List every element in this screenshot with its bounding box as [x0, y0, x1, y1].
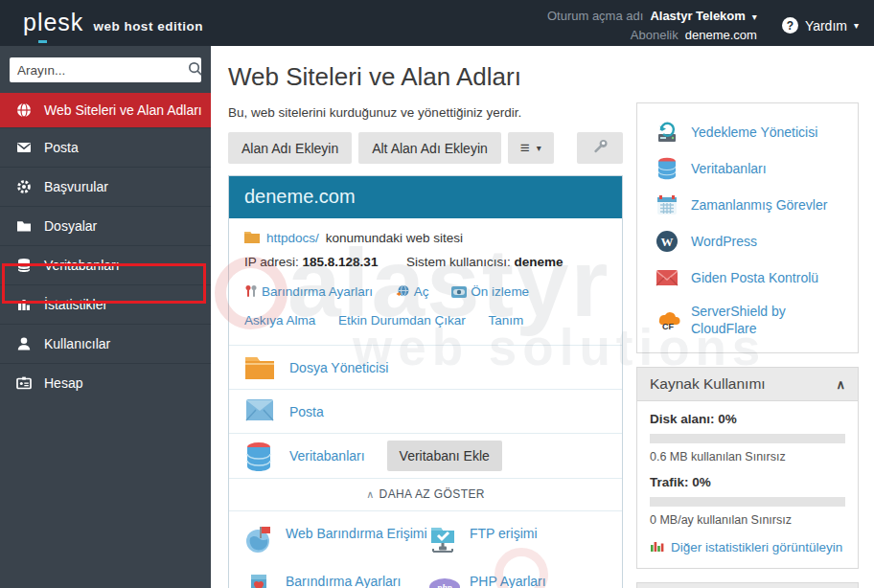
php-icon: php	[428, 573, 457, 588]
sidebar-item-mail[interactable]: Posta	[0, 127, 211, 167]
top-bar: pleskweb host edition Oturum açma adı Al…	[0, 0, 874, 46]
id-card-icon	[15, 374, 33, 392]
red-envelope-icon	[656, 266, 678, 289]
search-input[interactable]	[17, 63, 187, 78]
file-manager-link[interactable]: Dosya Yöneticisi	[289, 360, 388, 375]
sidebar-nav: Web Siteleri ve Alan Adları Posta Başvur…	[0, 46, 211, 588]
cloudflare-icon: CF	[656, 308, 678, 331]
hosting-settings-feature-link[interactable]: Barındırma Ayarları	[286, 573, 401, 588]
login-user-menu[interactable]: Oturum açma adı Alastyr Telekom ▾	[547, 7, 757, 26]
chevron-down-icon: ▾	[537, 143, 541, 153]
docroot-link[interactable]: httpdocs/	[266, 231, 319, 245]
folder-icon	[15, 217, 33, 235]
wrench-icon	[591, 138, 609, 158]
settings-wrench-button[interactable]	[577, 132, 623, 164]
hosting-settings-item[interactable]: Barındırma Ayarları	[244, 573, 428, 588]
plesk-logo-underline	[38, 40, 47, 43]
add-subdomain-button[interactable]: Alt Alan Adı Ekleyin	[358, 132, 501, 164]
file-manager-row[interactable]: Dosya Yöneticisi	[229, 345, 622, 389]
sidebar-item-databases[interactable]: Veritabanları	[0, 245, 211, 284]
mail-link[interactable]: Posta	[289, 404, 324, 419]
folder-icon	[244, 230, 260, 246]
custom-apps-header[interactable]: Özel Uygulamalar ∧	[637, 583, 858, 588]
mini-bar-chart-icon	[650, 538, 664, 555]
subscription-value: deneme.com	[685, 26, 757, 44]
resource-usage-header[interactable]: Kaynak Kullanımı ∧	[637, 368, 858, 401]
databases-quick-link[interactable]: Veritabanları	[691, 160, 767, 177]
outgoing-mail-item[interactable]: Giden Posta Kontrolü	[637, 260, 858, 296]
domain-info: httpdocs/ konumundaki web sitesi IP adre…	[229, 218, 622, 271]
main-content: Web Siteleri ve Alan Adları Bu, web site…	[211, 46, 640, 588]
web-hosting-access-item[interactable]: Web Barındırma Erişimi	[244, 525, 428, 554]
page-subtitle: Bu, web sitelerini kurduğunuz ve yönetti…	[228, 105, 640, 120]
help-menu[interactable]: ? Yardım ▾	[782, 17, 859, 34]
plesk-logo: pleskweb host edition	[23, 9, 203, 36]
disk-usage-caption: 0.6 MB kullanılan Sınırsız	[650, 450, 845, 464]
bar-chart-icon	[15, 296, 33, 313]
globe-arrow-icon	[396, 281, 410, 307]
wordpress-icon: W	[656, 230, 678, 253]
database-icon	[244, 441, 275, 470]
databases-row[interactable]: Veritabanları Veritabanı Ekle	[229, 433, 622, 478]
help-label: Yardım	[805, 18, 847, 34]
scheduled-tasks-link[interactable]: Zamanlanmış Görevler	[691, 196, 827, 214]
sidebar-item-websites-domains[interactable]: Web Siteleri ve Alan Adları	[0, 93, 211, 127]
session-info: Oturum açma adı Alastyr Telekom ▾ Abonel…	[547, 7, 757, 44]
sidebar-item-applications[interactable]: Başvurular	[0, 167, 211, 206]
add-domain-button[interactable]: Alan Adı Ekleyin	[228, 132, 352, 164]
open-site-link[interactable]: Aç	[396, 284, 429, 299]
description-link[interactable]: Tanım	[488, 313, 523, 328]
sidebar-item-statistics[interactable]: İstatistikler	[0, 284, 211, 324]
add-database-button[interactable]: Veritabanı Ekle	[387, 441, 502, 471]
resource-usage-title: Kaynak Kullanımı	[650, 375, 766, 393]
suspend-link[interactable]: Askıya Alma	[244, 313, 315, 328]
show-less-toggle[interactable]: ∧DAHA AZ GÖSTER	[229, 478, 622, 510]
deactivate-link[interactable]: Etkin Durumdan Çıkar	[338, 313, 466, 328]
sidebar-item-files[interactable]: Dosyalar	[0, 206, 211, 245]
view-statistics-row[interactable]: Diğer istatistikleri görüntüleyin	[650, 538, 845, 555]
quick-links-card: Yedekleme Yöneticisi Veritabanları Zaman…	[636, 102, 859, 353]
search-icon[interactable]	[187, 60, 203, 79]
databases-item[interactable]: Veritabanları	[637, 150, 858, 187]
svg-text:php: php	[436, 582, 452, 588]
php-settings-item[interactable]: php PHP Ayarları PHP sürümü 5.4.45	[428, 573, 612, 588]
traffic-usage-caption: 0 MB/ay kullanılan Sınırsız	[650, 513, 845, 527]
servershield-link[interactable]: ServerShield by CloudFlare	[691, 303, 840, 337]
chevron-up-icon: ∧	[366, 488, 374, 500]
view-statistics-link[interactable]: Diğer istatistikleri görüntüleyin	[671, 540, 842, 554]
help-question-icon: ?	[782, 17, 798, 34]
ftp-access-link[interactable]: FTP erişimi	[470, 525, 538, 543]
docroot-text: konumundaki web sitesi	[326, 231, 463, 245]
chevron-down-icon: ▾	[752, 8, 757, 26]
database-icon	[656, 157, 678, 180]
web-hosting-access-link[interactable]: Web Barındırma Erişimi	[286, 525, 427, 543]
plesk-logo-text: plesk	[23, 9, 83, 35]
calendar-icon	[656, 193, 678, 216]
backup-manager-link[interactable]: Yedekleme Yöneticisi	[691, 124, 817, 141]
wordpress-item[interactable]: W WordPress	[637, 223, 858, 260]
disk-usage-label: Disk alanı: 0%	[650, 412, 845, 426]
wordpress-link[interactable]: WordPress	[691, 233, 757, 250]
sidebar-item-account[interactable]: Hesap	[0, 363, 211, 402]
outgoing-mail-link[interactable]: Giden Posta Kontrolü	[691, 269, 818, 286]
sidebar-search[interactable]	[10, 57, 201, 82]
page-title: Web Siteleri ve Alan Adları	[228, 62, 640, 92]
php-settings-link[interactable]: PHP Ayarları	[470, 573, 574, 588]
scheduled-tasks-item[interactable]: Zamanlanmış Görevler	[637, 187, 858, 223]
backup-manager-item[interactable]: Yedekleme Yöneticisi	[637, 114, 858, 150]
databases-link[interactable]: Veritabanları	[289, 448, 365, 464]
ftp-access-item[interactable]: FTP erişimi	[428, 525, 612, 554]
servershield-item[interactable]: CF ServerShield by CloudFlare	[637, 296, 858, 344]
chevron-up-icon[interactable]: ∧	[836, 377, 845, 392]
domain-card-title[interactable]: deneme.com	[229, 176, 622, 218]
disk-usage-bar	[650, 434, 845, 443]
sidebar-item-users[interactable]: Kullanıcılar	[0, 324, 211, 363]
ftp-folder-icon	[428, 525, 457, 554]
hosting-settings-link[interactable]: Barındırma Ayarları	[244, 284, 373, 299]
preview-link[interactable]: Ön izleme	[451, 284, 529, 299]
mail-row[interactable]: Posta	[229, 389, 622, 433]
login-label: Oturum açma adı	[547, 7, 643, 25]
subscription-label: Abonelik	[631, 26, 678, 44]
login-user-name[interactable]: Alastyr Telekom	[650, 7, 745, 25]
more-actions-button[interactable]: ≡ ▾	[508, 132, 554, 164]
